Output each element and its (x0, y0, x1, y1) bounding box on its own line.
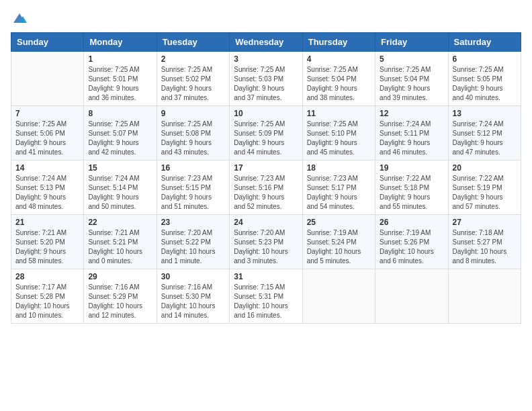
calendar-week-4: 21Sunrise: 7:21 AMSunset: 5:20 PMDayligh… (11, 215, 521, 269)
day-number: 10 (234, 109, 298, 118)
day-info: Sunrise: 7:15 AMSunset: 5:31 PMDaylight:… (234, 283, 298, 320)
day-number: 12 (380, 109, 443, 118)
calendar-cell (448, 269, 521, 324)
day-info: Sunrise: 7:25 AMSunset: 5:04 PMDaylight:… (307, 65, 371, 103)
page-header (11, 11, 521, 26)
day-info: Sunrise: 7:25 AMSunset: 5:02 PMDaylight:… (161, 65, 225, 103)
calendar-body: 1Sunrise: 7:25 AMSunset: 5:01 PMDaylight… (11, 52, 521, 324)
day-number: 14 (15, 163, 79, 173)
day-info: Sunrise: 7:25 AMSunset: 5:05 PMDaylight:… (453, 65, 517, 103)
day-number: 16 (161, 163, 225, 173)
day-info: Sunrise: 7:25 AMSunset: 5:08 PMDaylight:… (161, 120, 225, 157)
calendar-cell: 9Sunrise: 7:25 AMSunset: 5:08 PMDaylight… (157, 106, 229, 161)
calendar-cell: 12Sunrise: 7:24 AMSunset: 5:11 PMDayligh… (375, 106, 448, 161)
calendar-header-wednesday: Wednesday (230, 33, 302, 52)
calendar-cell: 20Sunrise: 7:22 AMSunset: 5:19 PMDayligh… (448, 161, 521, 215)
calendar-cell: 29Sunrise: 7:16 AMSunset: 5:29 PMDayligh… (84, 269, 157, 324)
day-info: Sunrise: 7:22 AMSunset: 5:18 PMDaylight:… (380, 174, 443, 212)
day-number: 27 (453, 218, 517, 227)
calendar-table: SundayMondayTuesdayWednesdayThursdayFrid… (11, 32, 521, 324)
calendar-week-2: 7Sunrise: 7:25 AMSunset: 5:06 PMDaylight… (11, 106, 521, 161)
calendar-cell: 16Sunrise: 7:23 AMSunset: 5:15 PMDayligh… (157, 161, 229, 215)
day-number: 3 (234, 54, 298, 64)
day-number: 17 (234, 163, 298, 173)
day-info: Sunrise: 7:17 AMSunset: 5:28 PMDaylight:… (15, 283, 79, 320)
calendar-cell: 18Sunrise: 7:23 AMSunset: 5:17 PMDayligh… (302, 161, 375, 215)
logo (11, 11, 27, 26)
calendar-cell: 26Sunrise: 7:19 AMSunset: 5:26 PMDayligh… (375, 215, 448, 269)
calendar-header-monday: Monday (84, 33, 157, 52)
day-info: Sunrise: 7:23 AMSunset: 5:15 PMDaylight:… (161, 174, 225, 212)
calendar-cell: 14Sunrise: 7:24 AMSunset: 5:13 PMDayligh… (11, 161, 84, 215)
day-info: Sunrise: 7:19 AMSunset: 5:26 PMDaylight:… (380, 228, 443, 266)
calendar-header-thursday: Thursday (302, 33, 375, 52)
calendar-cell: 2Sunrise: 7:25 AMSunset: 5:02 PMDaylight… (157, 52, 229, 106)
day-info: Sunrise: 7:21 AMSunset: 5:20 PMDaylight:… (15, 228, 79, 266)
calendar-header-tuesday: Tuesday (157, 33, 229, 52)
day-info: Sunrise: 7:20 AMSunset: 5:22 PMDaylight:… (161, 228, 225, 266)
day-number: 30 (161, 272, 225, 281)
day-info: Sunrise: 7:24 AMSunset: 5:12 PMDaylight:… (453, 120, 517, 157)
day-info: Sunrise: 7:16 AMSunset: 5:30 PMDaylight:… (161, 283, 225, 320)
calendar-cell (11, 52, 84, 106)
calendar-header-sunday: Sunday (11, 33, 84, 52)
day-number: 20 (453, 163, 517, 173)
day-number: 26 (380, 218, 443, 227)
day-info: Sunrise: 7:24 AMSunset: 5:13 PMDaylight:… (15, 174, 79, 212)
calendar-header-row: SundayMondayTuesdayWednesdayThursdayFrid… (11, 33, 521, 52)
day-number: 24 (234, 218, 298, 227)
calendar-cell: 25Sunrise: 7:19 AMSunset: 5:24 PMDayligh… (302, 215, 375, 269)
calendar-cell (375, 269, 448, 324)
day-info: Sunrise: 7:18 AMSunset: 5:27 PMDaylight:… (453, 228, 517, 266)
day-info: Sunrise: 7:25 AMSunset: 5:01 PMDaylight:… (88, 65, 152, 103)
day-number: 8 (88, 109, 152, 118)
day-info: Sunrise: 7:25 AMSunset: 5:03 PMDaylight:… (234, 65, 298, 103)
day-info: Sunrise: 7:16 AMSunset: 5:29 PMDaylight:… (88, 283, 152, 320)
calendar-cell: 5Sunrise: 7:25 AMSunset: 5:04 PMDaylight… (375, 52, 448, 106)
calendar-week-3: 14Sunrise: 7:24 AMSunset: 5:13 PMDayligh… (11, 161, 521, 215)
calendar-cell: 17Sunrise: 7:23 AMSunset: 5:16 PMDayligh… (230, 161, 302, 215)
day-number: 13 (453, 109, 517, 118)
calendar-cell: 23Sunrise: 7:20 AMSunset: 5:22 PMDayligh… (157, 215, 229, 269)
calendar-cell: 7Sunrise: 7:25 AMSunset: 5:06 PMDaylight… (11, 106, 84, 161)
day-info: Sunrise: 7:25 AMSunset: 5:10 PMDaylight:… (307, 120, 371, 157)
calendar-cell: 1Sunrise: 7:25 AMSunset: 5:01 PMDaylight… (84, 52, 157, 106)
calendar-cell: 31Sunrise: 7:15 AMSunset: 5:31 PMDayligh… (230, 269, 302, 324)
day-info: Sunrise: 7:21 AMSunset: 5:21 PMDaylight:… (88, 228, 152, 266)
day-number: 25 (307, 218, 371, 227)
calendar-cell: 28Sunrise: 7:17 AMSunset: 5:28 PMDayligh… (11, 269, 84, 324)
day-number: 7 (15, 109, 79, 118)
day-info: Sunrise: 7:25 AMSunset: 5:07 PMDaylight:… (88, 120, 152, 157)
day-number: 19 (380, 163, 443, 173)
calendar-cell: 19Sunrise: 7:22 AMSunset: 5:18 PMDayligh… (375, 161, 448, 215)
logo-icon (12, 11, 27, 26)
calendar-header-saturday: Saturday (448, 33, 521, 52)
day-info: Sunrise: 7:25 AMSunset: 5:09 PMDaylight:… (234, 120, 298, 157)
calendar-cell: 4Sunrise: 7:25 AMSunset: 5:04 PMDaylight… (302, 52, 375, 106)
calendar-cell: 15Sunrise: 7:24 AMSunset: 5:14 PMDayligh… (84, 161, 157, 215)
calendar-header-friday: Friday (375, 33, 448, 52)
calendar-cell: 10Sunrise: 7:25 AMSunset: 5:09 PMDayligh… (230, 106, 302, 161)
calendar-cell: 13Sunrise: 7:24 AMSunset: 5:12 PMDayligh… (448, 106, 521, 161)
day-info: Sunrise: 7:25 AMSunset: 5:04 PMDaylight:… (380, 65, 443, 103)
calendar-cell (302, 269, 375, 324)
calendar-cell: 24Sunrise: 7:20 AMSunset: 5:23 PMDayligh… (230, 215, 302, 269)
calendar-cell: 27Sunrise: 7:18 AMSunset: 5:27 PMDayligh… (448, 215, 521, 269)
day-info: Sunrise: 7:22 AMSunset: 5:19 PMDaylight:… (453, 174, 517, 212)
day-number: 18 (307, 163, 371, 173)
day-number: 29 (88, 272, 152, 281)
calendar-cell: 8Sunrise: 7:25 AMSunset: 5:07 PMDaylight… (84, 106, 157, 161)
day-number: 15 (88, 163, 152, 173)
day-number: 22 (88, 218, 152, 227)
calendar-week-1: 1Sunrise: 7:25 AMSunset: 5:01 PMDaylight… (11, 52, 521, 106)
day-info: Sunrise: 7:24 AMSunset: 5:14 PMDaylight:… (88, 174, 152, 212)
calendar-cell: 22Sunrise: 7:21 AMSunset: 5:21 PMDayligh… (84, 215, 157, 269)
day-number: 2 (161, 54, 225, 64)
calendar-cell: 21Sunrise: 7:21 AMSunset: 5:20 PMDayligh… (11, 215, 84, 269)
day-info: Sunrise: 7:19 AMSunset: 5:24 PMDaylight:… (307, 228, 371, 266)
day-number: 1 (88, 54, 152, 64)
calendar-cell: 6Sunrise: 7:25 AMSunset: 5:05 PMDaylight… (448, 52, 521, 106)
day-info: Sunrise: 7:20 AMSunset: 5:23 PMDaylight:… (234, 228, 298, 266)
day-number: 31 (234, 272, 298, 281)
day-number: 6 (453, 54, 517, 64)
